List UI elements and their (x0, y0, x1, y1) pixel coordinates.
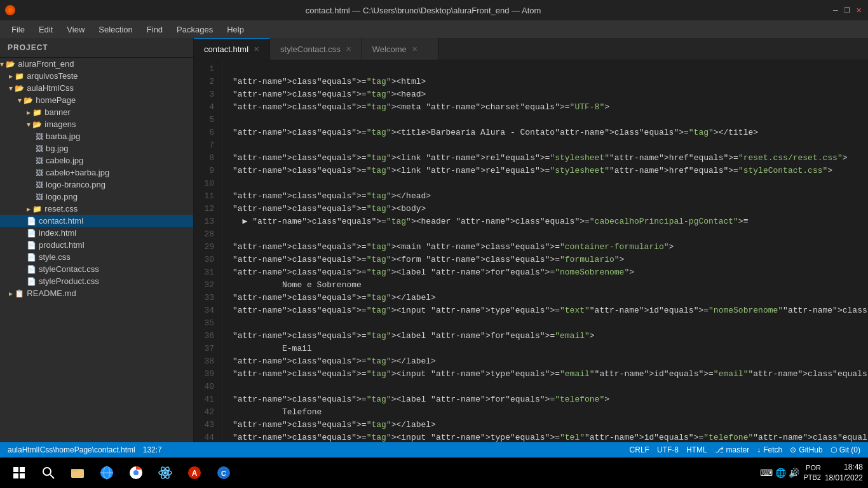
sidebar-item-logo-png[interactable]: 🖼logo.png (0, 191, 193, 203)
line-number: 31 (199, 266, 214, 279)
sidebar-item-homePage[interactable]: ▾ 📂homePage (0, 94, 193, 106)
tab-label: styleContact.css (280, 44, 341, 54)
menu-edit[interactable]: Edit (32, 23, 59, 36)
menu-help[interactable]: Help (220, 23, 250, 36)
main-area: Project ▾ 📂aluraFront_end▸ 📁arquivosTest… (0, 38, 868, 442)
minimize-button[interactable]: ─ (831, 6, 840, 15)
status-github[interactable]: ⊙ GitHub (790, 445, 822, 454)
sidebar-item-arquivosTeste[interactable]: ▸ 📁arquivosTeste (0, 70, 193, 82)
menu-selection[interactable]: Selection (92, 23, 139, 36)
status-position[interactable]: 132:7 (143, 445, 162, 454)
menu-file[interactable]: File (5, 23, 31, 36)
code-line: "attr-name">class"equals">="tag"><body> (233, 203, 868, 215)
close-button[interactable]: ✕ (854, 6, 863, 15)
fetch-icon: ↓ (757, 445, 761, 454)
sidebar-item-style-css[interactable]: 📄style.css (0, 251, 193, 263)
sidebar-item-README-md[interactable]: ▸ 📋README.md (0, 287, 193, 299)
editor-area: contact.html✕styleContact.css✕Welcome✕ 1… (194, 38, 868, 442)
tree-label: cabelo.jpg (46, 156, 83, 165)
tree-icon: ▾ 📂 (18, 96, 33, 105)
code-line: "attr-name">class"equals">="tag"><link "… (233, 152, 868, 165)
code-line: "attr-name">class"equals">="tag"></label… (233, 292, 868, 304)
language-indicator[interactable]: POR PTB2 (803, 463, 821, 483)
line-number: 35 (199, 317, 214, 330)
sidebar-item-logo-branco-png[interactable]: 🖼logo-branco.png (0, 179, 193, 191)
tree-icon: ▸ 📁 (27, 108, 42, 117)
tab-close-icon[interactable]: ✕ (346, 45, 351, 53)
sidebar-item-aulaHtmlCss[interactable]: ▾ 📂aulaHtmlCss (0, 82, 193, 94)
sidebar-item-styleContact-css[interactable]: 📄styleContact.css (0, 263, 193, 275)
clock[interactable]: 18:48 18/01/2022 (825, 462, 863, 484)
tree-label: style.css (39, 252, 71, 262)
tree-label: logo.png (46, 192, 78, 201)
lang-code: POR (803, 463, 821, 473)
menu-packages[interactable]: Packages (170, 23, 219, 36)
code-line (233, 139, 868, 152)
menu-find[interactable]: Find (140, 23, 169, 36)
status-branch[interactable]: ⎇ master (715, 445, 750, 454)
sidebar-item-reset-css[interactable]: ▸ 📁reset.css (0, 203, 193, 215)
taskbar-atom[interactable] (151, 459, 179, 487)
line-number: 4 (199, 101, 214, 114)
menu-view[interactable]: View (60, 23, 91, 36)
taskbar-blue[interactable]: C (210, 459, 238, 487)
line-number: 29 (199, 241, 214, 254)
status-encoding[interactable]: UTF-8 (657, 445, 679, 454)
tab-contact-html[interactable]: contact.html✕ (194, 38, 270, 60)
status-git[interactable]: ⬡ Git (0) (831, 445, 860, 454)
tab-close-icon[interactable]: ✕ (412, 45, 417, 53)
taskbar-left: A C (5, 459, 238, 487)
line-number: 42 (199, 406, 214, 419)
sidebar-item-product-html[interactable]: 📄product.html (0, 239, 193, 251)
folder-icon (70, 465, 85, 480)
chrome-icon (128, 465, 144, 480)
line-number: 43 (199, 419, 214, 431)
code-line: "attr-name">class"equals">="tag"></label… (233, 355, 868, 368)
taskbar: A C ⌨ 🌐 🔊 POR PTB2 18:48 18/01/2022 (0, 458, 868, 488)
sidebar-item-cabelo-jpg[interactable]: 🖼cabelo.jpg (0, 154, 193, 166)
status-fetch[interactable]: ↓ Fetch (757, 445, 782, 454)
sidebar-item-barba-jpg[interactable]: 🖼barba.jpg (0, 130, 193, 142)
sidebar-item-index-html[interactable]: 📄index.html (0, 227, 193, 239)
taskbar-chrome[interactable] (122, 459, 150, 487)
taskbar-search[interactable] (34, 459, 62, 487)
tree-icon: 📄 (27, 217, 36, 226)
line-number: 38 (199, 355, 214, 368)
svg-text:A: A (192, 469, 198, 478)
app-red-icon: A (187, 465, 202, 480)
statusbar-right: CRLF UTF-8 HTML ⎇ master ↓ Fetch ⊙ GitHu… (630, 445, 860, 454)
tab-close-icon[interactable]: ✕ (254, 45, 259, 53)
status-filepath[interactable]: aulaHtmlICss\homePage\contact.html (8, 445, 135, 454)
sidebar-item-styleProduct-css[interactable]: 📄styleProduct.css (0, 275, 193, 287)
tab-styleContact-css[interactable]: styleContact.css✕ (270, 38, 362, 60)
code-content[interactable]: "attr-name">class"equals">="tag"><html> … (222, 60, 868, 442)
statusbar-left: aulaHtmlICss\homePage\contact.html 132:7 (8, 445, 162, 454)
status-line-ending[interactable]: CRLF (630, 445, 649, 454)
taskbar-browser[interactable] (93, 459, 121, 487)
tree-label: banner (44, 107, 70, 117)
tab-label: Welcome (372, 44, 407, 54)
fetch-label: Fetch (763, 445, 782, 454)
start-button[interactable] (5, 459, 33, 487)
code-line (233, 114, 868, 126)
sidebar-item-aluraFront-end[interactable]: ▾ 📂aluraFront_end (0, 58, 193, 70)
code-line: Nome e Sobrenome (233, 279, 868, 292)
svg-point-0 (43, 468, 51, 475)
taskbar-red[interactable]: A (180, 459, 208, 487)
tab-Welcome[interactable]: Welcome✕ (362, 38, 438, 60)
code-line (233, 228, 868, 241)
code-line: "attr-name">class"equals">="tag"><label … (233, 266, 868, 279)
sidebar-item-cabelo-barba-jpg[interactable]: 🖼cabelo+barba.jpg (0, 166, 193, 179)
sidebar-item-imagens[interactable]: ▾ 📂imagens (0, 118, 193, 130)
taskbar-files[interactable] (64, 459, 92, 487)
titlebar: contact.html — C:\Users\bruno\Desktop\al… (0, 0, 868, 20)
sidebar-item-bg-jpg[interactable]: 🖼bg.jpg (0, 142, 193, 154)
sidebar-item-contact-html[interactable]: 📄contact.html (0, 215, 193, 227)
window-title: contact.html — C:\Users\bruno\Desktop\al… (15, 6, 831, 15)
maximize-button[interactable]: ❐ (843, 6, 851, 15)
github-icon: ⊙ (790, 445, 796, 454)
tree-label: contact.html (39, 216, 83, 226)
code-container[interactable]: 1234567891011121328293031323334353637383… (194, 60, 868, 442)
status-language[interactable]: HTML (686, 445, 707, 454)
sidebar-item-banner[interactable]: ▸ 📁banner (0, 106, 193, 118)
